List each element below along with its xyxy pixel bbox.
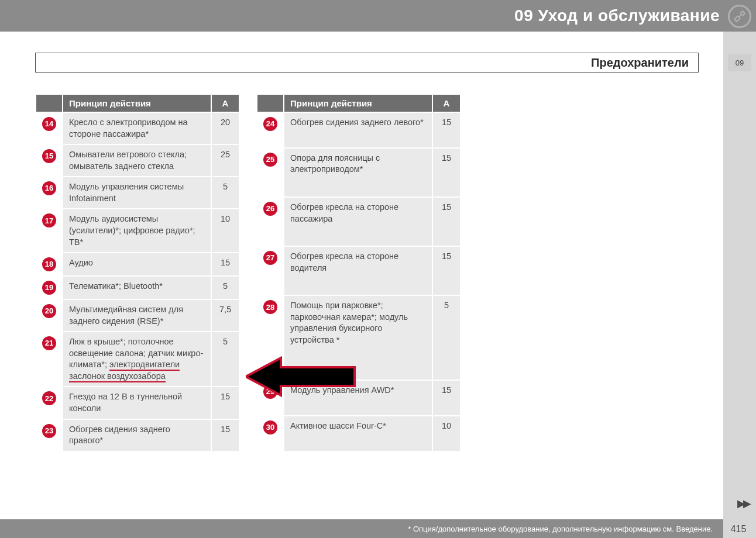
number-badge: 30	[263, 420, 277, 434]
table-row: 25Опора для поясницы с электроприводом*1…	[257, 149, 460, 196]
row-description: Телематика*; Bluetooth*	[63, 277, 211, 299]
row-amperage: 15	[212, 387, 239, 418]
row-number-cell: 20	[36, 300, 62, 331]
row-description: Обогрев сидения заднего правого*	[63, 420, 211, 451]
chapter-title: 09 Уход и обслуживание	[514, 6, 720, 25]
number-badge: 15	[42, 149, 56, 163]
row-number-cell: 28	[257, 296, 283, 380]
row-description: Помощь при парковке*; парковочная камера…	[284, 296, 432, 380]
table-row: 16Модуль управления системы Infotainment…	[36, 177, 239, 208]
table-row: 21Люк в крыше*; потолочное освещение сал…	[36, 332, 239, 386]
number-badge: 29	[263, 385, 277, 399]
table-row: 14Кресло с электроприводом на стороне па…	[36, 113, 239, 144]
th-amp: A	[212, 95, 239, 112]
number-badge: 28	[263, 300, 277, 314]
row-amperage: 15	[433, 149, 460, 196]
table-row: 19Телематика*; Bluetooth*5	[36, 277, 239, 299]
number-badge: 25	[263, 153, 277, 167]
number-badge: 22	[42, 391, 56, 405]
row-number-cell: 22	[36, 387, 62, 418]
content-area: Принцип действия A 14Кресло с электропри…	[35, 94, 461, 452]
pager-next-icon: ▶▶	[737, 497, 749, 510]
wrench-icon	[728, 5, 751, 28]
table-row: 17Модуль аудиосистемы (усилители)*; цифр…	[36, 209, 239, 252]
row-description: Обогрев кресла на стороне водителя	[284, 247, 432, 295]
section-header: Предохранители	[35, 53, 699, 73]
row-number-cell: 19	[36, 277, 62, 299]
number-badge: 18	[42, 257, 56, 271]
row-number-cell: 17	[36, 209, 62, 252]
number-badge: 20	[42, 304, 56, 318]
th-principle: Принцип действия	[284, 95, 432, 112]
number-badge: 17	[42, 213, 56, 227]
table-row: 23Обогрев сидения заднего правого*15	[36, 420, 239, 451]
row-number-cell: 15	[36, 145, 62, 176]
number-badge: 16	[42, 181, 56, 195]
row-number-cell: 23	[36, 420, 62, 451]
table-row: 29Модуль управления AWD*15	[257, 381, 460, 415]
table-row: 27Обогрев кресла на стороне водителя15	[257, 247, 460, 295]
row-number-cell: 18	[36, 253, 62, 275]
footnote-bar: * Опция/дополнительное оборудование, доп…	[0, 519, 723, 538]
row-description: Люк в крыше*; потолочное освещение салон…	[63, 332, 211, 386]
row-description: Обогрев сидения заднего левого*	[284, 113, 432, 147]
table-row: 15Омыватели ветрового стекла; омыватель …	[36, 145, 239, 176]
th-blank	[36, 95, 62, 112]
row-amperage: 5	[433, 296, 460, 380]
number-badge: 26	[263, 202, 277, 216]
number-badge: 21	[42, 336, 56, 350]
row-description: Гнездо на 12 В в туннельной консоли	[63, 387, 211, 418]
page-number: 415	[727, 524, 750, 534]
footnote-text: * Опция/дополнительное оборудование, доп…	[408, 525, 713, 533]
row-amperage: 5	[212, 332, 239, 386]
row-number-cell: 29	[257, 381, 283, 415]
row-amperage: 15	[433, 247, 460, 295]
fuse-table-left: Принцип действия A 14Кресло с электропри…	[35, 94, 240, 452]
row-number-cell: 16	[36, 177, 62, 208]
table-row: 20Мультимедийная систем для заднего сиде…	[36, 300, 239, 331]
number-badge: 27	[263, 251, 277, 265]
row-description: Модуль аудиосистемы (усилители)*; цифров…	[63, 209, 211, 252]
row-number-cell: 21	[36, 332, 62, 386]
table-row: 26Обогрев кресла на стороне пассажира15	[257, 198, 460, 246]
row-amperage: 15	[212, 420, 239, 451]
row-amperage: 15	[433, 198, 460, 246]
table-row: 18Аудио15	[36, 253, 239, 275]
table-row: 30Активное шасси Four-C*10	[257, 416, 460, 451]
row-number-cell: 24	[257, 113, 283, 147]
th-principle: Принцип действия	[63, 95, 211, 112]
row-amperage: 5	[212, 177, 239, 208]
row-description: Опора для поясницы с электроприводом*	[284, 149, 432, 196]
row-description: Модуль управления системы Infotainment	[63, 177, 211, 208]
number-badge: 19	[42, 281, 56, 295]
th-amp: A	[433, 95, 460, 112]
row-amperage: 10	[212, 209, 239, 252]
row-amperage: 15	[212, 253, 239, 275]
row-number-cell: 30	[257, 416, 283, 451]
row-number-cell: 26	[257, 198, 283, 246]
row-description: Модуль управления AWD*	[284, 381, 432, 415]
number-badge: 14	[42, 117, 56, 131]
row-number-cell: 14	[36, 113, 62, 144]
right-margin-strip	[723, 32, 756, 538]
row-description: Кресло с электроприводом на стороне пасс…	[63, 113, 211, 144]
section-title: Предохранители	[591, 56, 689, 70]
row-amperage: 20	[212, 113, 239, 144]
fuse-table-right: Принцип действия A 24Обогрев сидения зад…	[256, 94, 461, 452]
row-number-cell: 27	[257, 247, 283, 295]
row-amperage: 7,5	[212, 300, 239, 331]
side-tab: 09	[728, 54, 751, 71]
table-row: 22Гнездо на 12 В в туннельной консоли15	[36, 387, 239, 418]
row-description: Мультимедийная систем для заднего сидени…	[63, 300, 211, 331]
th-blank	[257, 95, 283, 112]
row-description: Активное шасси Four-C*	[284, 416, 432, 451]
chapter-header: 09 Уход и обслуживание	[0, 0, 756, 32]
row-number-cell: 25	[257, 149, 283, 196]
row-amperage: 15	[433, 113, 460, 147]
row-description: Омыватели ветрового стекла; омыватель за…	[63, 145, 211, 176]
number-badge: 23	[42, 424, 56, 438]
row-amperage: 5	[212, 277, 239, 299]
row-amperage: 10	[433, 416, 460, 451]
number-badge: 24	[263, 117, 277, 131]
row-amperage: 25	[212, 145, 239, 176]
